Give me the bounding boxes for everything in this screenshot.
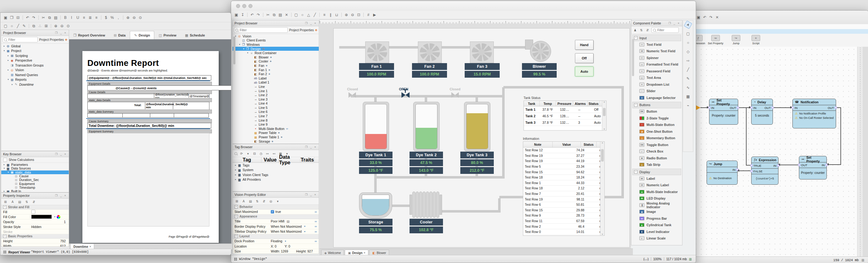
gc-icon[interactable]: ▥ [688,257,693,261]
tree-item-line-2[interactable]: →Line 2 [232,93,319,97]
palette-item-radio-button[interactable]: ◉Radio Button [631,155,682,162]
binding-link-icon[interactable]: ∞ [315,225,317,228]
tree-item-power-table-1[interactable]: ▦Power Table 1◆ [232,135,319,139]
report-page[interactable]: Downtime Report @Date@ - Events above @m… [83,51,219,243]
tree-item-line-5[interactable]: →Line 5 [232,105,319,110]
close-window-button[interactable] [236,4,240,8]
redo-icon[interactable]: ↷ [31,15,36,21]
tree-item-transaction-groups[interactable]: ◨Transaction Groups [1,63,69,68]
sort-az-icon[interactable]: A [241,199,246,204]
table-row[interactable]: Test Row 1529.88ok [523,208,604,213]
port-in[interactable]: IN [733,168,736,171]
print-icon[interactable]: ⊟ [15,15,21,21]
udt-icon[interactable]: ⊟ [252,151,257,156]
port-out[interactable]: OUT [730,106,736,109]
cursor-tool-icon[interactable]: ➤ [684,21,692,29]
expand-icon[interactable]: ⇅ [639,28,644,32]
panel-window-buttons[interactable]: ❐ _ × [305,193,317,196]
pipeline-right-splitter[interactable] [857,47,863,257]
zoom-out-icon[interactable]: ⊖ [350,12,355,18]
expand-icon[interactable]: ⇅ [255,199,259,204]
pipeline-block-jump[interactable]: ↪ Jump IN ⚠ No Destination [707,161,738,185]
grid-icon[interactable]: # [366,12,371,18]
dropdown-icon[interactable]: ▾ [246,151,250,156]
tree-item-duration-sec[interactable]: ⊡Duration_Sec [1,178,69,182]
gc-icon[interactable]: ▥ [861,258,865,262]
paste-icon[interactable]: ▤ [53,15,59,21]
hmi-screen[interactable]: Fan 1 100.0 RPM Fan 2 100.0 RPM Fan 3 15… [333,28,630,248]
palette-item-text-area[interactable]: ◱Text Area [631,74,682,81]
color-swatch[interactable] [31,215,52,219]
fan1-graphic[interactable] [365,41,389,63]
tab-report-overview[interactable]: ❒Report Overview [69,31,110,39]
path-tool-icon[interactable]: ∿ [685,85,691,91]
table-row[interactable]: Test Row 144.33ok [523,180,604,186]
tree-item-client-events[interactable]: ◫Client Events [232,38,319,43]
palette-item-multi-state-button[interactable]: ▪Multi-State Button [631,122,682,128]
report-empty-cell[interactable] [150,113,174,118]
binding-link-icon[interactable]: ∞ [315,220,317,223]
rect-shape-icon[interactable]: ▢ [3,23,8,29]
column-header-status[interactable]: Status [588,101,600,106]
panel-window-buttons[interactable]: ❐ _ × [55,153,67,156]
fan2-graphic[interactable] [418,41,442,63]
palette-item-dropdown-list[interactable]: ▾Dropdown List [631,81,682,88]
property-row-width[interactable]: Width612 [1,243,69,247]
align-center-icon[interactable]: ≣ [87,15,93,21]
valve2-open[interactable] [401,92,409,98]
panel-window-buttons[interactable]: ❐ _ × [305,22,317,25]
tree-item-downtime[interactable]: ▸✎Downtime [1,82,69,87]
tree-item-static-data[interactable]: ▾▦static_data [1,170,69,174]
dye-tank3-graphic[interactable] [464,102,490,151]
percent-icon[interactable]: % [110,15,115,21]
property-row-title[interactable]: TitlePoor HMI▤∞ [232,219,319,224]
zoom-in-icon[interactable]: ⊕ [53,23,59,29]
pipeline-palette-set-property[interactable]: ≔Set Property [706,35,725,45]
palette-item-formatted-text-field[interactable]: ▭Formatted Text Field [631,61,682,68]
palette-item-text-field[interactable]: ▭Text Field [631,41,682,48]
palette-group-input[interactable]: Input [632,35,681,41]
project-filter-input[interactable] [8,38,36,42]
panel-window-buttons[interactable]: ❐ _ × [669,22,680,25]
history-icon[interactable]: ◷ [259,151,263,156]
tree-item-data-sources[interactable]: ▾▆Data Sources [1,166,69,170]
binding-link-icon[interactable]: ∞ [315,210,317,213]
pipeline-block-delay[interactable]: ◔ Delay IN OUT 5 seconds [751,99,773,125]
property-row-start-maximized[interactable]: Start Maximized✓true∞ [232,209,319,215]
show-calculations-checkbox[interactable] [3,158,7,162]
property-row-opacity[interactable]: Opacity1 [1,219,69,224]
valve3-closed[interactable] [451,92,459,98]
table-row[interactable]: Test Row 1594.62ok [523,169,604,175]
palette-item-tab-strip[interactable]: ⊔Tab Strip [631,162,682,168]
report-canvas[interactable]: Downtime Report @Date@ - Events above @m… [69,39,231,243]
table-row[interactable]: Test Row 182.12ok [523,186,604,191]
port-in[interactable]: IN [822,163,825,167]
tree-item-project[interactable]: ▾▦Project [1,48,69,54]
palette-item-password-field[interactable]: ••Password Field [631,68,682,74]
property-value[interactable]: Hidden [31,225,41,229]
dropdown-arrow-icon[interactable]: ▾ [304,225,305,228]
categorized-icon[interactable]: ⊞ [3,200,8,204]
palette-item-spinner[interactable]: ◰Spinner [631,55,682,61]
property-row-height[interactable]: Height792 [1,238,69,243]
report-equipment-row[interactable]: @Equipment@ - @floor(total.Duration_Sec/… [87,75,211,80]
search-icon[interactable] [235,152,237,155]
tree-item-design[interactable]: ▾❐Design◳ [232,47,319,51]
panel-window-buttons[interactable]: ❐ _ × [55,31,67,34]
report-cause-row[interactable]: @Cause@ - @count@ events [87,86,231,90]
property-section-appearance[interactable]: Appearance [232,215,319,219]
hand-button[interactable]: Hand [575,40,593,50]
tree-item-line-8[interactable]: →Line 8 [232,118,319,123]
ellipse-shape-icon[interactable]: ○ [9,23,14,29]
off-button[interactable]: Off [575,53,593,63]
report-total-value[interactable]: @floor(total.Duration_Sec/60)@ min [145,102,173,109]
tree-item-parameters[interactable]: ▸▆Parameters [1,163,69,166]
tree-item-global[interactable]: ▸◍Global [1,44,69,48]
cooler-graphic[interactable] [409,192,442,218]
report-timestamp-cell[interactable]: @Timestamp@ [189,95,209,98]
table-scrollbar[interactable]: ∧∨ [600,142,604,235]
group-icon[interactable]: ⧉ [31,23,36,29]
scrollbar-thumb[interactable] [233,36,236,64]
palette-item-progress-bar[interactable]: ▬Progress Bar [631,215,682,222]
zoom-100-icon[interactable]: ⊡ [356,12,362,18]
